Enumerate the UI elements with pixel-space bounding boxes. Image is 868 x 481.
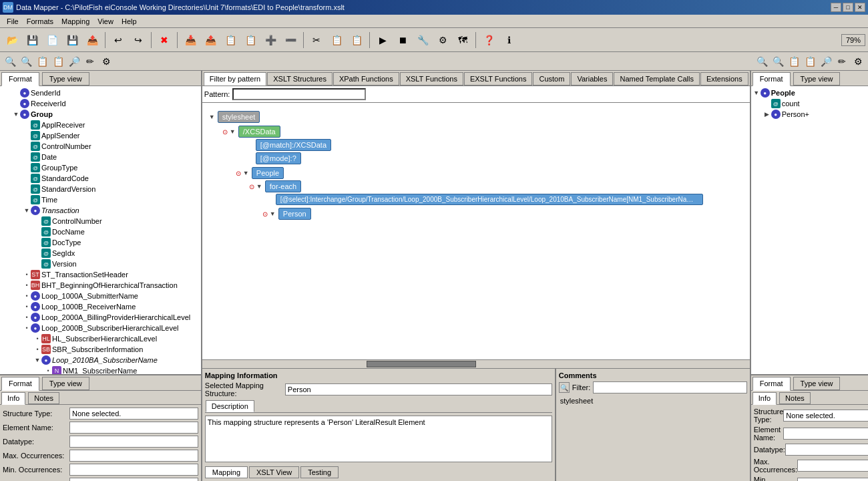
value-sampledata-left[interactable] <box>69 478 198 481</box>
add-format-button[interactable]: ➕ <box>261 31 280 49</box>
expander-senderid[interactable] <box>12 90 20 96</box>
format1-button[interactable]: 📋 <box>221 31 240 49</box>
tb2-right7[interactable]: ⚙ <box>851 54 865 69</box>
format2-button[interactable]: 📋 <box>241 31 260 49</box>
tab-variables[interactable]: Variables <box>571 72 613 86</box>
tree-node-time[interactable]: @ Time <box>1 194 200 205</box>
help-button[interactable]: ❓ <box>479 31 498 49</box>
tree-node-segidx[interactable]: @ SegIdx <box>1 248 200 259</box>
save-as-button[interactable]: 💾 <box>23 31 41 49</box>
node-xcsdata[interactable]: /XCSData <box>238 126 280 138</box>
tree-node-version[interactable]: @ Version <box>1 259 200 269</box>
tree-node-sbr[interactable]: • SB SBR_SubscriberInformation <box>1 344 200 355</box>
tab-format-left-bottom[interactable]: Format <box>1 377 39 391</box>
tree-node-loop2010ba[interactable]: ▼ ● Loop_2010BA_SubscriberName <box>1 355 200 365</box>
tree-node-transaction[interactable]: ▼ ● Transaction <box>1 205 200 216</box>
node-mode[interactable]: [@mode]:? <box>256 152 301 164</box>
h-scrollbar[interactable] <box>202 359 750 367</box>
tree-node-count-right[interactable]: @ count <box>752 98 868 109</box>
tab-custom[interactable]: Custom <box>533 72 570 86</box>
menu-help[interactable]: Help <box>118 16 141 27</box>
tab-notes-right[interactable]: Notes <box>779 392 811 404</box>
tree-node-loop1000b[interactable]: • ● Loop_1000B_ReceiverName <box>1 301 200 312</box>
tb2-right6[interactable]: ✏ <box>835 54 849 69</box>
node-foreach[interactable]: for-each <box>265 180 301 192</box>
tab-filterpattern[interactable]: Filter by pattern <box>204 72 266 86</box>
tree-node-standardversion[interactable]: @ StandardVersion <box>1 184 200 194</box>
undo-button[interactable]: ↩ <box>109 31 128 49</box>
run-button[interactable]: ▶ <box>373 31 392 49</box>
tab-xslt-functions[interactable]: XSLT Functions <box>400 72 463 86</box>
tb2-right4[interactable]: 📋 <box>803 54 817 69</box>
import-target-button[interactable]: 📤 <box>201 31 220 49</box>
tab-format-right-bottom[interactable]: Format <box>752 377 791 391</box>
tab-testing[interactable]: Testing <box>300 466 339 478</box>
expander-transaction[interactable]: ▼ <box>23 207 31 214</box>
tree-node-applreceiver[interactable]: @ ApplReceiver <box>1 120 200 130</box>
expander-foreach[interactable]: ▼ <box>256 183 263 190</box>
tb2-btn2[interactable]: 🔍 <box>19 54 33 69</box>
filter-input[interactable] <box>593 381 747 393</box>
tree-node-st[interactable]: • ST ST_TransactionSetHeader <box>1 269 200 280</box>
node-match[interactable]: [@match]:/XCSData <box>256 139 331 151</box>
minimize-button[interactable]: ─ <box>831 3 841 12</box>
left-tree-area[interactable]: ● SenderId ● ReceiverId ▼ ● Group @ Appl… <box>0 86 201 374</box>
value-minocc-left[interactable] <box>69 464 198 476</box>
value-structtype-right[interactable] <box>783 410 868 422</box>
tree-node-applsender[interactable]: @ ApplSender <box>1 130 200 141</box>
tree-node-cn2[interactable]: @ ControlNumber <box>1 216 200 226</box>
expander-receiverid[interactable] <box>12 100 20 107</box>
value-datatype-left[interactable] <box>69 436 198 448</box>
pattern-input[interactable] <box>232 88 366 100</box>
node-select[interactable]: [@select]:Interchange/Group/Transaction/… <box>276 194 703 205</box>
value-minocc-right[interactable] <box>797 478 868 481</box>
tab-typeview-right-bottom[interactable]: Type view <box>793 377 841 390</box>
tree-node-person-right[interactable]: ▶ ● Person+ <box>752 109 868 120</box>
tree-node-loop2000b[interactable]: • ● Loop_2000B_SubscriberHierarchicalLev… <box>1 323 200 333</box>
redo-button[interactable]: ↪ <box>129 31 148 49</box>
tree-node-loop1000a[interactable]: • ● Loop_1000A_SubmitterName <box>1 291 200 301</box>
tab-typeview-left[interactable]: Type view <box>42 72 89 86</box>
tb2-right2[interactable]: 🔍 <box>771 54 785 69</box>
import-source-button[interactable]: 📥 <box>181 31 200 49</box>
tree-node-docname[interactable]: @ DocName <box>1 226 200 237</box>
cut-button[interactable]: ✂ <box>307 31 326 49</box>
tb2-settings[interactable]: ⚙ <box>99 54 114 69</box>
tb2-right3[interactable]: 📋 <box>787 54 801 69</box>
tree-node-hl[interactable]: • HL HL_SubscriberHierarchicalLevel <box>1 333 200 344</box>
expander-group[interactable]: ▼ <box>12 111 20 118</box>
tb2-right5[interactable]: 🔎 <box>819 54 833 69</box>
settings-button2[interactable]: ⚙ <box>433 31 452 49</box>
expander-applsender[interactable] <box>23 132 31 139</box>
new-button[interactable]: 📄 <box>43 31 61 49</box>
debug-button[interactable]: 🔧 <box>413 31 432 49</box>
tab-xslt-view[interactable]: XSLT View <box>249 466 299 478</box>
expander-loop2010ba[interactable]: ▼ <box>33 357 41 363</box>
mapping-canvas[interactable]: ▼ stylesheet ⊙ ▼ /XCSData [@match]:/XCSD… <box>202 103 750 359</box>
tab-notes-left[interactable]: Notes <box>28 392 59 404</box>
tab-typeview-right[interactable]: Type view <box>793 72 841 86</box>
close-button[interactable]: ✕ <box>855 3 865 12</box>
tab-xslt-structures[interactable]: XSLT Structures <box>267 72 333 86</box>
about-button[interactable]: ℹ <box>499 31 518 49</box>
tree-node-loop2000a[interactable]: • ● Loop_2000A_BillingProviderHierarchic… <box>1 312 200 323</box>
expander-people-right[interactable]: ▼ <box>752 90 761 96</box>
tb2-paste[interactable]: 📋 <box>51 54 65 69</box>
tab-info-right[interactable]: Info <box>752 392 777 405</box>
menu-formats[interactable]: Formats <box>23 16 57 27</box>
expander-people[interactable]: ▼ <box>243 170 250 176</box>
remove-format-button[interactable]: ➖ <box>281 31 300 49</box>
tree-node-grouptype[interactable]: @ GroupType <box>1 162 200 173</box>
right-tree-area[interactable]: ▼ ● People @ count ▶ ● Person+ <box>751 86 868 374</box>
publish-button[interactable]: 📤 <box>83 31 101 49</box>
value-maxocc-right[interactable] <box>797 460 868 472</box>
tree-node-date[interactable]: @ Date <box>1 152 200 162</box>
tree-node-bht[interactable]: • BH BHT_BeginningOfHierarchicalTransact… <box>1 280 200 291</box>
tree-node-controlnumber[interactable]: @ ControlNumber <box>1 141 200 152</box>
copy-button[interactable]: 📋 <box>327 31 346 49</box>
tree-node-standardcode[interactable]: @ StandardCode <box>1 173 200 184</box>
node-person[interactable]: Person <box>278 208 311 220</box>
tab-format-left[interactable]: Format <box>1 72 39 86</box>
node-stylesheet[interactable]: stylesheet <box>218 111 260 123</box>
tb2-btn1[interactable]: 🔍 <box>3 54 17 69</box>
